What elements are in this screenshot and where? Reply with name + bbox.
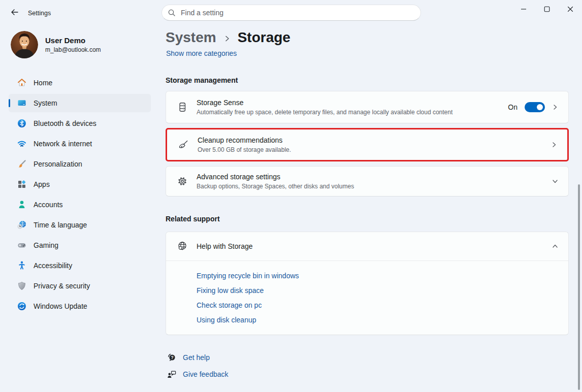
search-box[interactable] (161, 5, 421, 21)
vertical-scrollbar[interactable] (578, 184, 580, 390)
help-link-emptying-recycle-bin[interactable]: Emptying recycle bin in windows (197, 272, 568, 286)
chevron-right-icon (551, 142, 557, 148)
breadcrumb-parent[interactable]: System (166, 29, 216, 46)
help-link-check-storage[interactable]: Check storage on pc (197, 301, 568, 316)
broom-icon (178, 139, 189, 150)
breadcrumb: System Storage (166, 29, 290, 46)
storage-sense-card: Storage Sense Automatically free up spac… (166, 91, 569, 123)
minimize-icon (521, 6, 527, 12)
app-title: Settings (28, 10, 51, 17)
close-button[interactable] (559, 0, 582, 18)
cleanup-description: Over 5.00 GB of storage available. (198, 146, 291, 154)
toggle-knob (537, 104, 543, 110)
window-controls (512, 0, 582, 18)
close-icon (567, 6, 573, 12)
help-link-using-disk-cleanup[interactable]: Using disk cleanup (197, 316, 568, 331)
minimize-button[interactable] (512, 0, 535, 18)
section-heading-storage-management: Storage management (166, 76, 238, 84)
cleanup-title: Cleanup recommendations (198, 136, 291, 145)
help-with-storage-card: Help with Storage Emptying recycle bin i… (166, 232, 569, 335)
storage-sense-description: Automatically free up space, delete temp… (197, 108, 452, 116)
globe-search-icon (177, 241, 188, 252)
advanced-storage-settings-row[interactable]: Advanced storage settings Backup options… (166, 167, 568, 196)
chevron-right-icon (552, 104, 558, 110)
get-help-label: Get help (183, 353, 210, 362)
svg-text:?: ? (171, 355, 173, 360)
advanced-storage-settings-card: Advanced storage settings Backup options… (166, 166, 569, 197)
back-button[interactable] (7, 6, 22, 20)
user-name: User Demo (45, 36, 101, 45)
get-help-icon: ? (167, 352, 177, 363)
cleanup-recommendations-row[interactable]: Cleanup recommendations Over 5.00 GB of … (167, 129, 567, 160)
storage-sense-title: Storage Sense (197, 98, 452, 108)
content-viewport: Show more categories Storage management … (0, 51, 582, 392)
toggle-state-label: On (508, 103, 518, 111)
show-more-categories-link[interactable]: Show more categories (166, 51, 237, 57)
give-feedback-link[interactable]: Give feedback (167, 369, 229, 379)
give-feedback-label: Give feedback (183, 370, 229, 378)
section-heading-related-support: Related support (166, 215, 220, 223)
cleanup-recommendations-card-highlighted: Cleanup recommendations Over 5.00 GB of … (166, 128, 569, 161)
advanced-description: Backup options, Storage Spaces, other di… (197, 182, 354, 190)
storage-sense-icon (177, 102, 188, 113)
help-links-list: Emptying recycle bin in windows Fixing l… (166, 261, 568, 331)
maximize-button[interactable] (535, 0, 559, 18)
maximize-icon (544, 6, 550, 12)
breadcrumb-chevron-icon (223, 35, 231, 42)
advanced-title: Advanced storage settings (197, 172, 354, 182)
gear-icon (177, 176, 188, 187)
chevron-up-icon (552, 243, 558, 249)
search-icon (168, 9, 175, 16)
back-arrow-icon (11, 8, 19, 18)
give-feedback-icon (167, 369, 177, 379)
storage-sense-toggle[interactable] (525, 102, 545, 112)
search-input[interactable] (180, 8, 414, 17)
chevron-down-icon (552, 178, 558, 184)
help-link-fixing-low-disk-space[interactable]: Fixing low disk space (197, 286, 568, 301)
help-with-storage-row[interactable]: Help with Storage (166, 232, 568, 260)
get-help-link[interactable]: ? Get help (167, 352, 210, 363)
help-with-storage-title: Help with Storage (197, 242, 253, 251)
page-title: Storage (238, 29, 290, 46)
storage-sense-row[interactable]: Storage Sense Automatically free up spac… (166, 91, 568, 123)
